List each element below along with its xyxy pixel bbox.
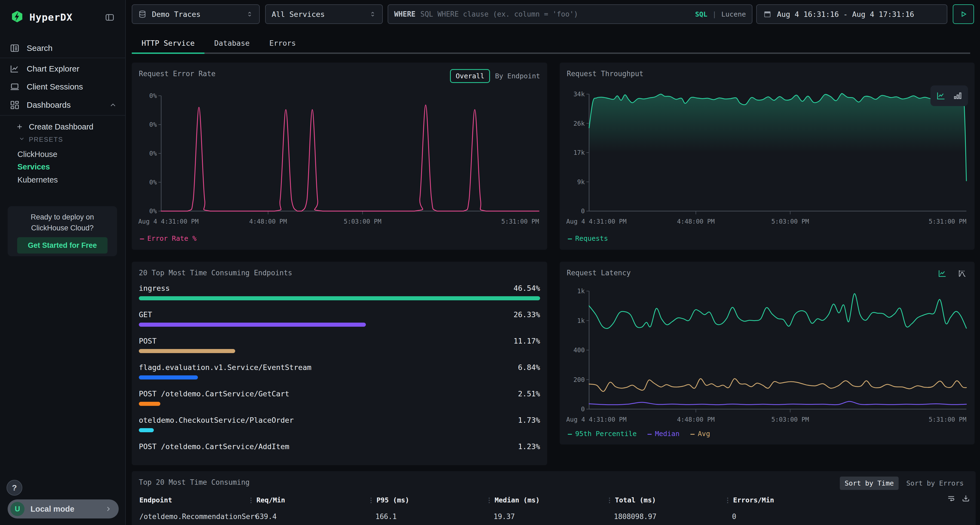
sidebar-item-dashboards[interactable]: Dashboards [0, 96, 125, 114]
throughput-chart[interactable]: 34k26k17k9k0Aug 4 4:31:00 PM4:48:00 PM5:… [566, 90, 969, 227]
sidebar-preset-clickhouse[interactable]: ClickHouse [18, 150, 57, 159]
sidebar-preset-kubernetes[interactable]: Kubernetes [18, 176, 58, 184]
endpoint-bar [139, 296, 540, 300]
top-endpoints-panel: 20 Top Most Time Consuming Endpoints ing… [132, 262, 547, 465]
time-range-picker[interactable]: Aug 4 16:31:16 - Aug 4 17:31:16 [756, 4, 947, 24]
sidebar-divider [0, 115, 126, 116]
sql-language-toggle[interactable]: SQL [695, 10, 707, 18]
user-menu[interactable]: U Local mode [8, 500, 119, 519]
chart-legend: —95th Percentile —Median —Avg [568, 430, 710, 438]
drag-handle-icon[interactable]: ⋮ [724, 496, 730, 504]
legend-item: —Avg [690, 430, 710, 438]
panel-title: Request Latency [567, 269, 631, 277]
sidebar-item-search[interactable]: Search [0, 40, 125, 57]
drag-handle-icon[interactable]: ⋮ [368, 496, 374, 504]
endpoint-label: ingress [139, 284, 170, 292]
latency-chart[interactable]: 1k1k4002000Aug 4 4:31:00 PM4:48:00 PM5:0… [566, 287, 969, 425]
help-button[interactable]: ? [6, 480, 22, 496]
calendar-icon [763, 10, 772, 18]
endpoint-bar [139, 428, 154, 432]
legend-item: —Requests [568, 235, 608, 243]
endpoint-label: POST /oteldemo.CartService/GetCart [139, 390, 290, 398]
chart-explorer-icon [10, 64, 20, 74]
line-chart-icon[interactable] [937, 269, 947, 278]
table-cell-endpoint[interactable]: /oteldemo.RecommendationServ [139, 512, 256, 521]
error-rate-chart[interactable]: 0%0%0%0%0%Aug 4 4:31:00 PM4:48:00 PM5:03… [138, 91, 541, 227]
legend-item: —Median [648, 430, 679, 438]
lucene-language-toggle[interactable]: Lucene [721, 10, 746, 18]
where-input[interactable] [420, 10, 690, 18]
promo-text-line2: ClickHouse Cloud? [8, 222, 117, 233]
endpoint-list-item[interactable]: flagd.evaluation.v1.Service/EventStream6… [139, 358, 540, 385]
endpoint-list-item[interactable]: POST /oteldemo.CartService/AddItem1.23% [139, 438, 540, 464]
endpoint-list-item[interactable]: POST11.17% [139, 332, 540, 358]
sidebar-item-chart-explorer[interactable]: Chart Explorer [0, 60, 125, 78]
svg-text:0%: 0% [149, 179, 157, 186]
column-header-p95[interactable]: ⋮P95 (ms) [368, 496, 409, 504]
column-header-reqmin[interactable]: ⋮Req/Min [248, 496, 285, 504]
plus-icon [16, 123, 24, 130]
endpoint-list-item[interactable]: oteldemo.CheckoutService/PlaceOrder1.73% [139, 411, 540, 438]
tab-database[interactable]: Database [204, 32, 259, 54]
wrap-text-icon[interactable] [947, 494, 956, 504]
endpoint-list-item[interactable]: POST /oteldemo.CartService/GetCart2.51% [139, 385, 540, 411]
bar-chart-icon[interactable] [953, 91, 963, 101]
svg-text:0%: 0% [149, 150, 157, 157]
chart-type-toolbox [931, 86, 968, 106]
brand: HyperDX [11, 10, 73, 24]
line-chart-icon[interactable] [936, 91, 946, 101]
by-endpoint-toggle[interactable]: By Endpoint [495, 72, 540, 80]
sidebar-preset-services[interactable]: Services [18, 162, 50, 171]
language-toggle-divider: | [713, 10, 716, 18]
svg-text:4:48:00 PM: 4:48:00 PM [677, 416, 714, 423]
endpoint-bar [139, 402, 160, 406]
svg-text:9k: 9k [577, 178, 585, 186]
table-cell-total: 1808098.97 [614, 512, 657, 521]
endpoint-percent-value: 11.17% [514, 337, 540, 345]
get-started-button[interactable]: Get Started for Free [17, 237, 108, 254]
dashboard-tabs: HTTP Service Database Errors [132, 32, 970, 54]
endpoint-label: GET [139, 310, 152, 319]
overall-toggle-button[interactable]: Overall [450, 69, 490, 83]
endpoint-list-item[interactable]: GET26.33% [139, 306, 540, 332]
service-select[interactable]: All Services [265, 4, 383, 24]
where-keyword-label: WHERE [394, 10, 415, 18]
drag-handle-icon[interactable]: ⋮ [606, 496, 612, 504]
endpoint-bar [139, 323, 366, 327]
create-dashboard-button[interactable]: Create Dashboard [0, 118, 125, 135]
svg-text:1k: 1k [577, 317, 585, 324]
source-select[interactable]: Demo Traces [132, 4, 260, 24]
endpoint-list-item[interactable]: ingress46.54% [139, 279, 540, 306]
svg-text:5:03:00 PM: 5:03:00 PM [771, 416, 809, 423]
table-cell-reqmin: 639.4 [255, 512, 277, 521]
sidebar-item-client-sessions[interactable]: Client Sessions [0, 78, 125, 95]
download-icon[interactable] [961, 494, 970, 504]
sort-by-time-button[interactable]: Sort by Time [840, 477, 899, 490]
tab-errors[interactable]: Errors [259, 32, 306, 54]
presets-toggle[interactable]: PRESETS [19, 135, 63, 144]
endpoint-bar [139, 375, 198, 379]
time-range-value: Aug 4 16:31:16 - Aug 4 17:31:16 [777, 10, 914, 19]
svg-text:34k: 34k [573, 90, 585, 98]
sidebar-item-label: Client Sessions [27, 82, 83, 91]
endpoint-percent-value: 6.84% [518, 363, 540, 371]
drag-handle-icon[interactable]: ⋮ [248, 496, 254, 504]
column-header-median[interactable]: ⋮Median (ms) [486, 496, 540, 504]
sidebar: HyperDX Search Chart Explorer Client Ses… [0, 0, 126, 525]
column-header-total[interactable]: ⋮Total (ms) [606, 496, 656, 504]
endpoint-label: flagd.evaluation.v1.Service/EventStream [139, 363, 312, 371]
histogram-icon[interactable] [958, 269, 967, 278]
column-header-errorsmin[interactable]: ⋮Errors/Min [724, 496, 774, 504]
drag-handle-icon[interactable]: ⋮ [486, 496, 492, 504]
tab-http-service[interactable]: HTTP Service [132, 32, 204, 54]
svg-text:4:48:00 PM: 4:48:00 PM [677, 218, 714, 225]
run-query-button[interactable] [953, 4, 974, 24]
user-mode-label: Local mode [30, 504, 74, 514]
sort-by-errors-button[interactable]: Sort by Errors [901, 477, 969, 490]
collapse-sidebar-icon[interactable] [104, 13, 115, 24]
column-header-endpoint[interactable]: Endpoint [139, 496, 172, 504]
chevron-up-icon[interactable] [109, 101, 117, 109]
table-cell-p95: 166.1 [375, 512, 397, 521]
svg-text:0%: 0% [149, 208, 157, 215]
promo-text-line1: Ready to deploy on [8, 212, 117, 222]
